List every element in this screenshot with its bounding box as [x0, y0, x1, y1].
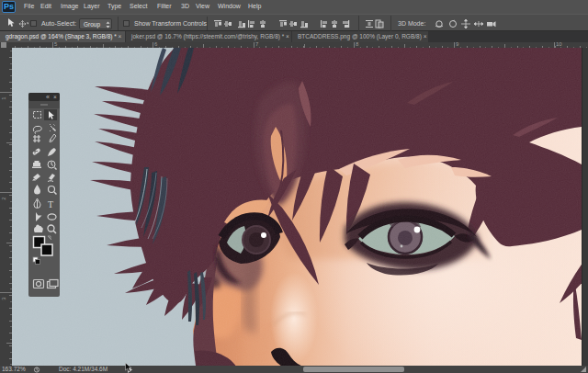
svg-text:«: «: [46, 94, 50, 100]
svg-text:×: ×: [53, 94, 57, 100]
svg-text:T: T: [48, 199, 53, 209]
